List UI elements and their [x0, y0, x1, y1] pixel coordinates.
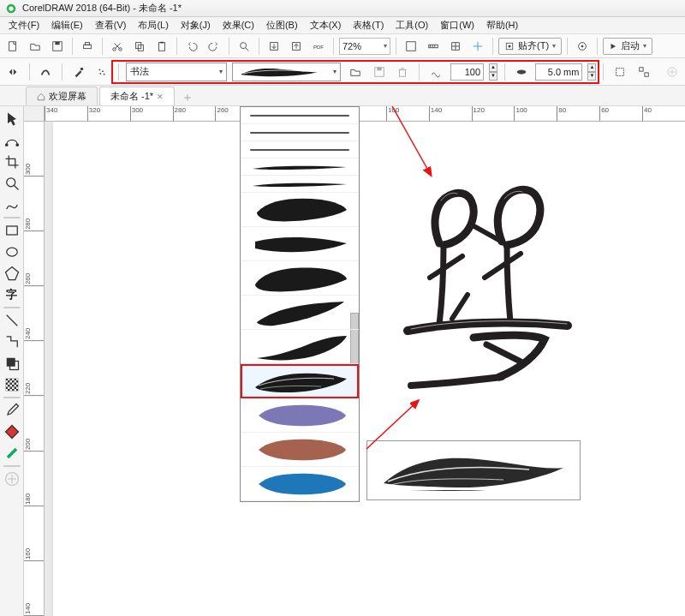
options-button[interactable] — [573, 37, 592, 56]
copy-button[interactable] — [130, 37, 149, 56]
open-button[interactable] — [26, 37, 45, 56]
stroke-preset-item[interactable] — [241, 261, 359, 296]
app-icon — [5, 3, 17, 15]
dimension-tool[interactable] — [3, 311, 21, 330]
svg-point-26 — [509, 45, 511, 47]
menu-object[interactable]: 对象(J) — [176, 17, 216, 33]
stroke-preset-item[interactable] — [241, 158, 359, 176]
new-doc-button[interactable] — [3, 37, 22, 56]
stroke-preset-item[interactable] — [241, 364, 359, 398]
browse-folder-button[interactable] — [346, 63, 365, 81]
separator — [492, 38, 493, 55]
fill-tool[interactable] — [3, 422, 21, 441]
zoom-level-combo[interactable]: 72% — [339, 38, 390, 55]
launch-label: 启动 — [621, 39, 640, 52]
menubar: 文件(F) 编辑(E) 查看(V) 布局(L) 对象(J) 效果(C) 位图(B… — [0, 17, 685, 34]
freehand-tool[interactable] — [3, 195, 21, 214]
menu-effects[interactable]: 效果(C) — [217, 17, 259, 33]
cut-button[interactable] — [108, 37, 127, 56]
bounding-button[interactable] — [634, 63, 653, 81]
smoothing-value[interactable]: 100 — [450, 63, 484, 81]
import-button[interactable] — [265, 37, 283, 56]
save-button[interactable] — [48, 37, 67, 56]
canvas-area[interactable]: 340320300280260160140120100806040 300280… — [24, 106, 685, 616]
menu-tools[interactable]: 工具(O) — [390, 17, 433, 33]
eyedropper-tool[interactable] — [3, 401, 21, 420]
menu-edit[interactable]: 编辑(E) — [46, 17, 88, 33]
menu-text[interactable]: 文本(X) — [305, 17, 347, 33]
menu-view[interactable]: 查看(V) — [90, 17, 132, 33]
dropshadow-tool[interactable] — [3, 354, 21, 373]
tab-document[interactable]: 未命名 -1* ✕ — [99, 87, 175, 105]
stroke-preset-item[interactable] — [241, 124, 359, 141]
menu-file[interactable]: 文件(F) — [3, 17, 45, 33]
connector-tool[interactable] — [3, 332, 21, 351]
stroke-preset-item[interactable] — [241, 193, 359, 227]
stroke-preset-item[interactable] — [241, 227, 359, 261]
pdf-button[interactable]: PDF — [309, 37, 328, 56]
polygon-tool[interactable] — [3, 264, 21, 283]
undo-button[interactable] — [182, 37, 201, 56]
spray-tool-icon[interactable] — [93, 63, 112, 81]
print-button[interactable] — [78, 37, 97, 56]
redo-button[interactable] — [205, 37, 223, 56]
text-tool[interactable]: 字 — [3, 285, 21, 304]
close-icon[interactable]: ✕ — [157, 93, 164, 101]
svg-point-29 — [80, 67, 84, 70]
menu-layout[interactable]: 布局(L) — [133, 17, 173, 33]
separator — [29, 63, 30, 81]
save-preset-button[interactable] — [370, 63, 389, 81]
mirror-h-button[interactable] — [3, 63, 22, 81]
brush-tool-icon[interactable] — [69, 63, 88, 81]
stroke-preset-item[interactable] — [241, 141, 359, 158]
stroke-preset-item[interactable] — [241, 330, 359, 364]
snap-dropdown[interactable]: 贴齐(T) ▾ — [498, 38, 562, 55]
menu-window[interactable]: 窗口(W) — [435, 17, 480, 33]
outline-tool[interactable] — [3, 444, 21, 463]
menu-bitmaps[interactable]: 位图(B) — [261, 17, 303, 33]
svg-point-51 — [6, 248, 17, 256]
grid-button[interactable] — [446, 37, 465, 56]
crop-tool[interactable] — [3, 153, 21, 171]
svg-rect-5 — [84, 45, 92, 48]
stroke-preset-combo[interactable]: ▾ — [232, 63, 342, 81]
add-tool-button[interactable] — [3, 469, 21, 488]
stroke-width-value[interactable]: 5.0 mm — [535, 63, 582, 81]
stroke-preset-dropdown[interactable] — [240, 106, 360, 502]
stroke-preset-item[interactable] — [241, 296, 359, 330]
smoothing-spinner[interactable]: ▲▼ — [489, 63, 497, 81]
rectangle-tool[interactable] — [3, 221, 21, 240]
rulers-button[interactable] — [424, 37, 443, 56]
bbox-button[interactable] — [611, 63, 629, 81]
stroke-category-combo[interactable]: 书法 ▾ — [126, 63, 227, 81]
menu-help[interactable]: 帮助(H) — [481, 17, 523, 33]
document-tabbar: 欢迎屏幕 未命名 -1* ✕ ＋ — [0, 86, 685, 106]
menu-table[interactable]: 表格(T) — [348, 17, 389, 33]
fullscreen-button[interactable] — [402, 37, 420, 56]
export-button[interactable] — [287, 37, 306, 56]
stroke-preset-item[interactable] — [241, 176, 359, 193]
home-icon — [37, 93, 45, 101]
stroke-preset-item[interactable] — [241, 107, 359, 124]
stroke-preset-item[interactable] — [241, 398, 359, 433]
zoom-tool[interactable] — [3, 174, 21, 193]
delete-preset-button[interactable] — [394, 63, 413, 81]
search-button[interactable] — [235, 37, 253, 56]
separator — [3, 307, 21, 308]
shape-tool[interactable] — [3, 131, 21, 150]
guides-button[interactable] — [468, 37, 487, 56]
add-tab-button[interactable]: ＋ — [182, 90, 194, 105]
transparency-tool[interactable] — [3, 375, 21, 394]
tab-document-label: 未命名 -1* — [110, 90, 153, 103]
preset-brush-button[interactable] — [37, 63, 56, 81]
add-button[interactable] — [663, 63, 682, 81]
paste-button[interactable] — [152, 37, 171, 56]
play-icon — [609, 42, 617, 51]
ellipse-tool[interactable] — [3, 242, 21, 261]
width-spinner[interactable]: ▲▼ — [587, 63, 596, 81]
pick-tool[interactable] — [3, 110, 21, 129]
launch-dropdown[interactable]: 启动 ▾ — [603, 38, 652, 55]
stroke-preset-item[interactable] — [241, 433, 359, 467]
stroke-preset-item[interactable] — [241, 467, 359, 501]
tab-welcome[interactable]: 欢迎屏幕 — [26, 87, 98, 105]
